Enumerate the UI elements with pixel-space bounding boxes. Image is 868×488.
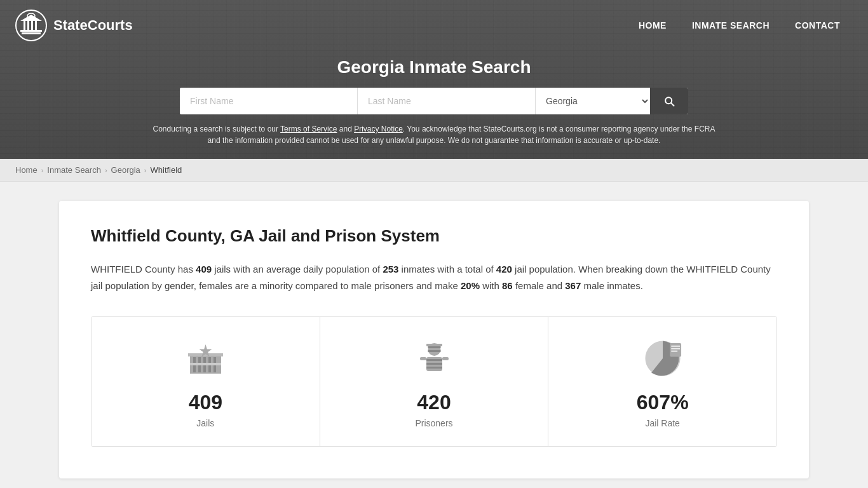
svg-rect-19 [428, 346, 440, 348]
header-content: Georgia Inmate Search Select State Alaba… [0, 51, 868, 159]
last-name-input[interactable] [358, 88, 536, 114]
svg-rect-4 [27, 21, 29, 30]
jails-stat-label: Jails [104, 418, 307, 428]
svg-rect-21 [426, 344, 442, 346]
svg-rect-31 [671, 348, 680, 349]
svg-marker-7 [20, 15, 42, 21]
privacy-link[interactable]: Privacy Notice [354, 125, 403, 133]
breadcrumb-home[interactable]: Home [15, 165, 37, 175]
jail-rate-stat-label: Jail Rate [561, 418, 764, 428]
main-content: Whitfield County, GA Jail and Prison Sys… [59, 201, 809, 478]
logo-text: StateCourts [53, 17, 133, 34]
breadcrumb: Home › Inmate Search › Georgia › Whitfie… [0, 159, 868, 182]
search-button[interactable] [650, 88, 688, 114]
female-pct-inline: 20% [461, 280, 480, 291]
disclaimer-text: Conducting a search is subject to our Te… [148, 123, 720, 146]
stats-grid: 409 Jails [91, 316, 777, 447]
nav-inmate-search[interactable]: INMATE SEARCH [679, 0, 782, 51]
state-select[interactable]: Select State Alabama Alaska Arizona Arka… [536, 88, 650, 114]
search-icon [663, 95, 675, 107]
female-count-inline: 86 [502, 280, 513, 291]
stat-card-jails: 409 Jails [92, 317, 320, 446]
prisoners-stat-label: Prisoners [333, 418, 536, 428]
description-paragraph: WHITFIELD County has 409 jails with an a… [91, 261, 777, 294]
svg-rect-29 [670, 343, 681, 357]
breadcrumb-sep-2: › [105, 166, 107, 174]
jails-stat-number: 409 [104, 391, 307, 414]
svg-rect-26 [420, 357, 426, 360]
svg-rect-15 [190, 363, 221, 365]
prisoners-stat-number: 420 [333, 391, 536, 414]
svg-rect-27 [442, 357, 449, 360]
breadcrumb-sep-1: › [41, 166, 44, 174]
jail-rate-stat-number: 607% [561, 391, 764, 414]
prisoner-icon [414, 338, 455, 379]
svg-rect-32 [671, 351, 677, 352]
breadcrumb-current: Whitfield [151, 165, 182, 175]
breadcrumb-sep-3: › [144, 166, 147, 174]
jail-rate-icon-container [561, 336, 764, 381]
svg-rect-6 [35, 21, 37, 30]
stat-card-prisoners: 420 Prisoners [320, 317, 549, 446]
nav-contact[interactable]: CONTACT [782, 0, 853, 51]
svg-rect-23 [426, 359, 442, 361]
svg-rect-2 [20, 30, 42, 32]
pie-chart-icon [642, 338, 683, 379]
header: StateCourts HOME INMATE SEARCH CONTACT G… [0, 0, 868, 159]
page-heading: Whitfield County, GA Jail and Prison Sys… [91, 226, 777, 246]
search-bar: Select State Alabama Alaska Arizona Arka… [180, 88, 688, 114]
jails-count-inline: 409 [196, 264, 212, 274]
nav-home[interactable]: HOME [626, 0, 679, 51]
breadcrumb-inmate-search[interactable]: Inmate Search [47, 165, 101, 175]
male-count-inline: 367 [565, 280, 581, 291]
stat-card-jail-rate: 607% Jail Rate [548, 317, 776, 446]
svg-rect-30 [671, 346, 680, 347]
prisoners-icon-container [333, 336, 536, 381]
nav-bar: StateCourts HOME INMATE SEARCH CONTACT [0, 0, 868, 51]
svg-rect-3 [24, 21, 25, 30]
logo-icon [15, 10, 47, 41]
logo-link[interactable]: StateCourts [15, 10, 133, 41]
svg-rect-24 [426, 363, 442, 365]
nav-links: HOME INMATE SEARCH CONTACT [626, 0, 853, 51]
avg-daily-inline: 253 [383, 264, 398, 274]
jail-building-icon [185, 338, 226, 379]
breadcrumb-georgia[interactable]: Georgia [111, 165, 140, 175]
svg-rect-1 [22, 32, 41, 34]
first-name-input[interactable] [180, 88, 358, 114]
svg-rect-5 [31, 21, 33, 30]
terms-link[interactable]: Terms of Service [280, 125, 337, 133]
svg-rect-25 [426, 367, 442, 369]
header-title: Georgia Inmate Search [13, 57, 855, 78]
svg-rect-20 [428, 350, 440, 352]
total-pop-inline: 420 [496, 264, 512, 274]
jails-icon-container [104, 336, 307, 381]
